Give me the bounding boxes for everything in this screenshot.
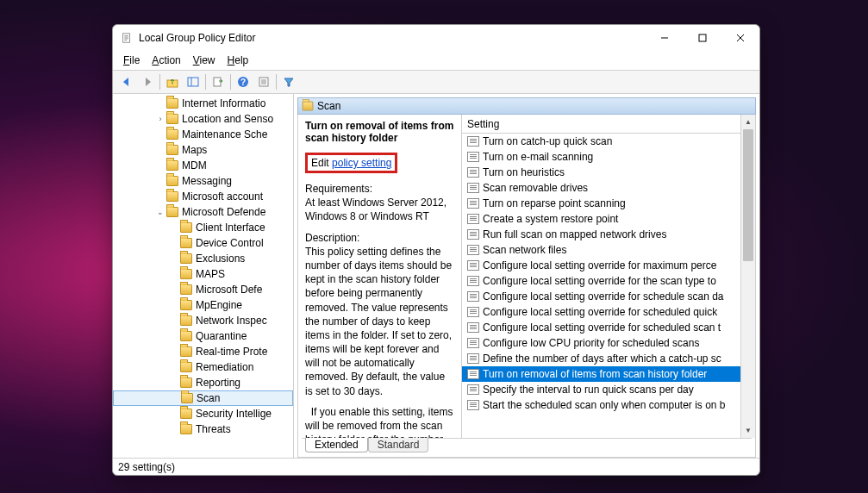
tree-node[interactable]: Threats	[113, 421, 293, 437]
tree-node[interactable]: Quarantine	[113, 328, 293, 344]
show-hide-tree-icon[interactable]	[184, 73, 202, 90]
policy-icon	[467, 229, 479, 240]
scroll-up-icon[interactable]: ▲	[741, 115, 755, 129]
results-pane: Scan Turn on removal of items from scan …	[294, 94, 759, 458]
folder-icon	[180, 253, 192, 264]
tab-standard[interactable]: Standard	[368, 438, 429, 452]
chevron-down-icon[interactable]: ⌄	[154, 208, 166, 216]
filter-icon[interactable]	[280, 73, 297, 90]
edit-policy-link[interactable]: policy setting	[332, 157, 391, 169]
menu-action[interactable]: Action	[147, 53, 185, 68]
minimize-button[interactable]	[646, 25, 684, 51]
panel-header: Scan	[297, 97, 756, 115]
scroll-down-icon[interactable]: ▼	[741, 423, 755, 438]
setting-label: Turn on catch-up quick scan	[483, 135, 612, 147]
vertical-scrollbar[interactable]: ▲ ▼	[740, 115, 755, 438]
tree-node[interactable]: Remediation	[113, 359, 293, 375]
setting-label: Configure local setting override for sch…	[483, 306, 717, 318]
statusbar: 29 setting(s)	[113, 458, 759, 475]
app-icon	[120, 31, 134, 45]
maximize-button[interactable]	[684, 25, 721, 51]
policy-icon	[467, 198, 479, 209]
tree-node-label: MDM	[182, 159, 207, 172]
setting-row[interactable]: Configure local setting override for max…	[462, 258, 740, 273]
setting-row[interactable]: Run full scan on mapped network drives	[462, 227, 740, 242]
setting-row[interactable]: Scan network files	[462, 242, 740, 258]
tree-node[interactable]: Security Intellige	[113, 406, 293, 421]
setting-label: Configure local setting override for sch…	[483, 321, 721, 334]
settings-list[interactable]: Turn on catch-up quick scanTurn on e-mai…	[462, 134, 740, 413]
back-arrow-icon[interactable]	[118, 73, 135, 90]
setting-heading: Turn on removal of items from scan histo…	[305, 120, 454, 144]
folder-icon	[180, 222, 192, 233]
tree-node-label: Security Intellige	[196, 408, 272, 420]
tab-extended[interactable]: Extended	[305, 438, 368, 452]
tree-node[interactable]: Network Inspec	[113, 313, 293, 328]
setting-row[interactable]: Turn on removal of items from scan histo…	[462, 366, 740, 382]
description-text: This policy setting defines the number o…	[305, 246, 452, 397]
tree-node[interactable]: Scan	[113, 390, 293, 406]
tree-node[interactable]: Client Interface	[113, 220, 293, 235]
policy-icon	[467, 400, 479, 410]
tree-node[interactable]: MpEngine	[113, 297, 293, 313]
tree-node[interactable]: Internet Informatio	[113, 96, 293, 111]
content-area: Internet Informatio›Location and SensoMa…	[113, 94, 759, 458]
setting-label: Turn on removal of items from scan histo…	[483, 368, 707, 380]
chevron-right-icon[interactable]: ›	[154, 115, 166, 123]
tree-node[interactable]: ⌄Microsoft Defende	[113, 204, 293, 220]
svg-rect-8	[214, 78, 221, 86]
setting-row[interactable]: Configure local setting override for sch…	[462, 304, 740, 320]
setting-row[interactable]: Create a system restore point	[462, 211, 740, 227]
setting-row[interactable]: Turn on e-mail scanning	[462, 149, 740, 165]
forward-arrow-icon[interactable]	[139, 73, 156, 90]
setting-label: Configure local setting override for the…	[483, 275, 716, 287]
setting-row[interactable]: Turn on heuristics	[462, 165, 740, 180]
tree-node-label: Messaging	[182, 175, 232, 187]
setting-label: Turn on reparse point scanning	[483, 197, 626, 209]
setting-row[interactable]: Configure local setting override for sch…	[462, 320, 740, 335]
setting-label: Define the number of days after which a …	[483, 353, 721, 365]
folder-icon	[180, 378, 192, 388]
folder-icon	[180, 300, 192, 310]
setting-label: Specify the interval to run quick scans …	[483, 384, 694, 396]
menu-file[interactable]: File	[118, 53, 145, 68]
tree-node[interactable]: Reporting	[113, 375, 293, 390]
tree-node[interactable]: Device Control	[113, 235, 293, 251]
folder-icon	[180, 284, 192, 295]
setting-row[interactable]: Configure local setting override for sch…	[462, 289, 740, 304]
tree-node[interactable]: Microsoft account	[113, 189, 293, 204]
panel-folder-name: Scan	[317, 100, 340, 112]
policy-icon	[467, 307, 479, 317]
tree-node-label: Client Interface	[196, 222, 265, 234]
tree-node[interactable]: MAPS	[113, 266, 293, 282]
view-tabs: Extended Standard	[302, 438, 752, 457]
up-folder-icon[interactable]	[164, 73, 181, 90]
tree-node[interactable]: Maintenance Sche	[113, 127, 293, 142]
column-header-setting[interactable]: Setting	[462, 115, 740, 134]
tree-node[interactable]: Maps	[113, 142, 293, 158]
setting-row[interactable]: Turn on catch-up quick scan	[462, 134, 740, 149]
navigation-tree[interactable]: Internet Informatio›Location and SensoMa…	[113, 94, 294, 458]
setting-row[interactable]: Start the scheduled scan only when compu…	[462, 397, 740, 413]
tree-node[interactable]: Messaging	[113, 173, 293, 189]
folder-icon	[166, 191, 178, 202]
tree-node[interactable]: MDM	[113, 158, 293, 173]
menu-view[interactable]: View	[188, 53, 221, 68]
tree-node[interactable]: Real-time Prote	[113, 344, 293, 359]
tree-node[interactable]: ›Location and Senso	[113, 111, 293, 127]
tree-node[interactable]: Exclusions	[113, 251, 293, 266]
properties-icon[interactable]	[255, 73, 272, 90]
tree-node-label: MAPS	[196, 268, 225, 280]
setting-row[interactable]: Configure local setting override for the…	[462, 273, 740, 289]
export-list-icon[interactable]	[209, 73, 227, 90]
setting-row[interactable]: Configure low CPU priority for scheduled…	[462, 335, 740, 351]
setting-row[interactable]: Specify the interval to run quick scans …	[462, 382, 740, 397]
tree-node[interactable]: Microsoft Defe	[113, 282, 293, 297]
menu-help[interactable]: Help	[222, 53, 254, 68]
setting-row[interactable]: Scan removable drives	[462, 180, 740, 196]
close-button[interactable]	[721, 25, 759, 51]
tree-node-label: Threats	[196, 423, 231, 435]
help-icon[interactable]: ?	[234, 73, 252, 90]
setting-row[interactable]: Turn on reparse point scanning	[462, 196, 740, 211]
setting-row[interactable]: Define the number of days after which a …	[462, 351, 740, 366]
